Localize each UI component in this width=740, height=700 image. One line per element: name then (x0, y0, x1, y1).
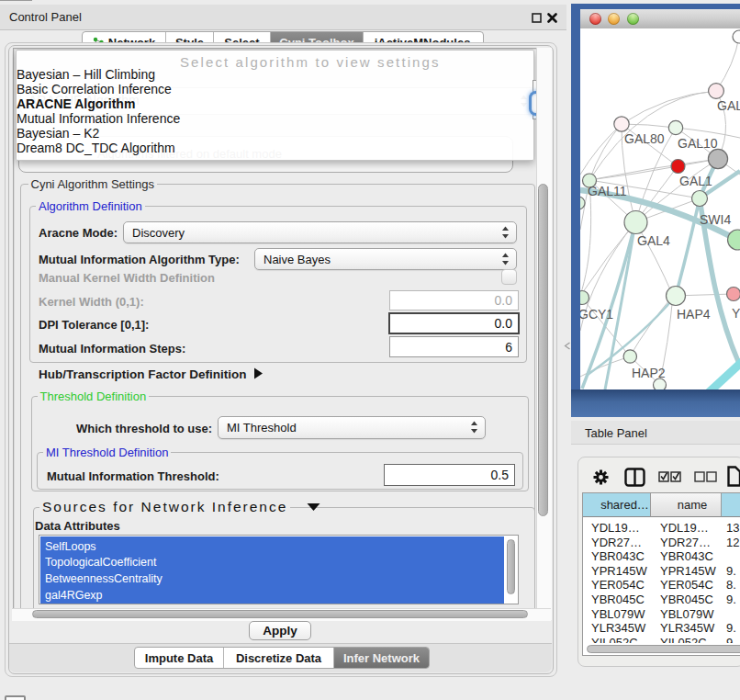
svg-text:YM: YM (732, 306, 740, 321)
svg-text:GAL7: GAL7 (717, 98, 740, 113)
svg-text:HAP4: HAP4 (677, 307, 711, 322)
svg-text:GAL10: GAL10 (678, 136, 718, 151)
svg-text:GAL4: GAL4 (637, 233, 670, 248)
svg-text:GAL80: GAL80 (624, 131, 665, 146)
svg-text:GAL1: GAL1 (679, 174, 712, 188)
svg-text:SWI4: SWI4 (700, 212, 731, 227)
svg-text:HAP2: HAP2 (632, 366, 666, 380)
svg-text:GCY1: GCY1 (580, 307, 613, 322)
svg-text:GAL11: GAL11 (588, 184, 627, 198)
